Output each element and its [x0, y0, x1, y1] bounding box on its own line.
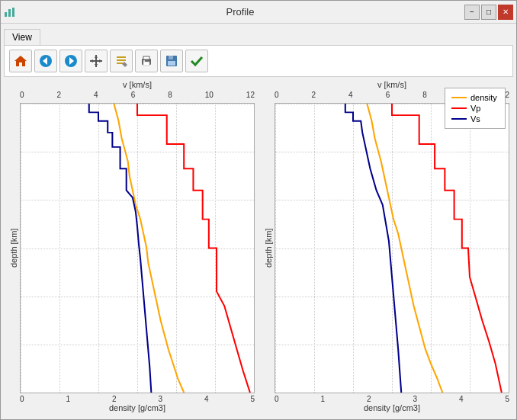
vs-legend-line: [451, 118, 467, 120]
window-title: Profile: [16, 6, 464, 18]
chart-right-svg: [275, 104, 509, 393]
density-legend-label: density: [470, 93, 497, 102]
vs-line-left: [89, 104, 152, 393]
svg-rect-15: [117, 59, 126, 61]
svg-rect-23: [169, 56, 173, 59]
title-bar: Profile − □ ✕: [1, 1, 516, 24]
svg-rect-16: [117, 63, 123, 64]
print-button[interactable]: [135, 50, 158, 72]
chart-right-x-ticks-bottom: 0 1 2 3 4 5: [275, 395, 509, 403]
svg-rect-1: [8, 9, 11, 17]
window-controls: − □ ✕: [464, 5, 513, 20]
save-button[interactable]: [160, 50, 183, 72]
svg-rect-20: [143, 62, 149, 66]
chart-left-inner: v [km/s] 0 2 4 6 8 10 12: [20, 80, 255, 416]
svg-rect-2: [12, 8, 14, 17]
chart-left-x-ticks-bottom: 0 1 2 3 4 5: [20, 395, 255, 403]
legend-vp: Vp: [451, 104, 499, 113]
main-content: density Vp Vs depth [km]: [1, 77, 516, 419]
check-button[interactable]: [185, 50, 208, 72]
menu-bar: View: [1, 24, 516, 45]
vp-line-right: [392, 104, 502, 393]
main-window: Profile − □ ✕ View: [0, 0, 517, 420]
svg-marker-11: [95, 64, 98, 67]
chart-left-x-top-label: v [km/s]: [123, 80, 152, 89]
chart-right-area: depth [km] v [km/s] 0 2 4 6 8 10 12: [262, 80, 509, 416]
svg-marker-12: [90, 59, 93, 63]
svg-marker-10: [95, 55, 98, 58]
chart-left-x-bottom-label: density [g/cm3]: [109, 403, 165, 412]
close-button[interactable]: ✕: [498, 5, 513, 20]
vp-legend-label: Vp: [470, 104, 480, 113]
view-menu-tab[interactable]: View: [4, 29, 40, 45]
svg-rect-14: [117, 56, 126, 58]
chart-left-svg: [21, 104, 254, 393]
chart-left-x-bottom: 0 1 2 3 4 5 density [g/cm3]: [20, 393, 255, 416]
chart-right-inner: v [km/s] 0 2 4 6 8 10 12: [275, 80, 509, 416]
maximize-button[interactable]: □: [481, 5, 496, 20]
svg-rect-19: [143, 56, 149, 59]
svg-marker-3: [14, 56, 27, 66]
minimize-button[interactable]: −: [464, 5, 480, 20]
back-button[interactable]: [34, 50, 57, 72]
edit-button[interactable]: [110, 50, 133, 72]
legend: density Vp Vs: [445, 88, 506, 129]
chart-left-x-ticks-top: 0 2 4 6 8 10 12: [20, 91, 255, 99]
vp-legend-line: [451, 107, 467, 109]
chart-left-x-top: v [km/s] 0 2 4 6 8 10 12: [20, 80, 255, 103]
density-line-right: [367, 104, 442, 393]
chart-right: depth [km] v [km/s] 0 2 4 6 8 10 12: [258, 80, 513, 416]
vs-legend-label: Vs: [470, 114, 480, 123]
legend-density: density: [451, 93, 499, 102]
chart-left-area: depth [km] v [km/s] 0 2 4 6 8 10: [8, 80, 255, 416]
home-button[interactable]: [9, 50, 32, 72]
chart-right-x-bottom: 0 1 2 3 4 5 density [g/cm3]: [275, 393, 509, 416]
chart-left: depth [km] v [km/s] 0 2 4 6 8 10: [4, 80, 258, 416]
toolbar: [4, 45, 513, 77]
svg-rect-0: [5, 12, 7, 17]
density-legend-line: [451, 97, 467, 98]
chart-right-x-bottom-label: density [g/cm3]: [364, 403, 420, 412]
chart-left-plot: 0 200 400 600 800 1000 1200: [20, 103, 255, 393]
svg-rect-24: [168, 61, 175, 66]
chart-right-plot: 0 200 400 600 800 1000 1200: [275, 103, 509, 393]
charts-container: density Vp Vs depth [km]: [4, 80, 513, 416]
forward-button[interactable]: [59, 50, 82, 72]
svg-rect-21: [143, 60, 145, 62]
chart-right-x-top-label: v [km/s]: [377, 80, 406, 89]
app-icon: [4, 6, 16, 18]
pan-button[interactable]: [85, 50, 108, 72]
chart-left-y-label: depth [km]: [8, 80, 20, 416]
chart-right-y-label: depth [km]: [262, 80, 275, 416]
legend-vs: Vs: [451, 114, 499, 123]
svg-marker-17: [122, 62, 127, 67]
vp-line-left: [137, 104, 250, 393]
svg-marker-13: [99, 59, 102, 63]
vs-line-right: [345, 104, 401, 393]
